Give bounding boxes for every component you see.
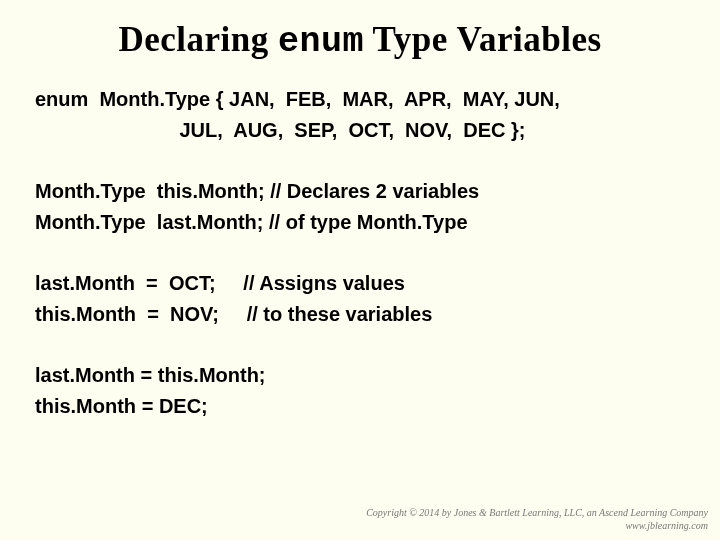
copyright-line1: Copyright © 2014 by Jones & Bartlett Lea… xyxy=(366,507,708,520)
slide-title: Declaring enum Type Variables xyxy=(35,20,685,62)
copyright-line2: www.jblearning.com xyxy=(366,520,708,533)
code-line: Month.Type last.Month; // of type Month.… xyxy=(35,207,685,238)
code-line: last.Month = OCT; // Assigns values xyxy=(35,268,685,299)
code-line: Month.Type this.Month; // Declares 2 var… xyxy=(35,176,685,207)
slide-content: Declaring enum Type Variables enum Month… xyxy=(0,0,720,422)
code-line: this.Month = DEC; xyxy=(35,391,685,422)
title-part1: Declaring xyxy=(118,20,278,59)
title-part2: Type Variables xyxy=(364,20,602,59)
code-line: last.Month = this.Month; xyxy=(35,360,685,391)
code-group-enum-decl: enum Month.Type { JAN, FEB, MAR, APR, MA… xyxy=(35,84,685,146)
code-area: enum Month.Type { JAN, FEB, MAR, APR, MA… xyxy=(35,84,685,422)
code-group-reassign: last.Month = this.Month; this.Month = DE… xyxy=(35,360,685,422)
code-group-assign: last.Month = OCT; // Assigns values this… xyxy=(35,268,685,330)
copyright-notice: Copyright © 2014 by Jones & Bartlett Lea… xyxy=(366,507,708,532)
code-line: this.Month = NOV; // to these variables xyxy=(35,299,685,330)
title-enum: enum xyxy=(278,22,364,62)
code-line: enum Month.Type { JAN, FEB, MAR, APR, MA… xyxy=(35,84,685,115)
code-line: JUL, AUG, SEP, OCT, NOV, DEC }; xyxy=(35,115,685,146)
code-group-var-decl: Month.Type this.Month; // Declares 2 var… xyxy=(35,176,685,238)
